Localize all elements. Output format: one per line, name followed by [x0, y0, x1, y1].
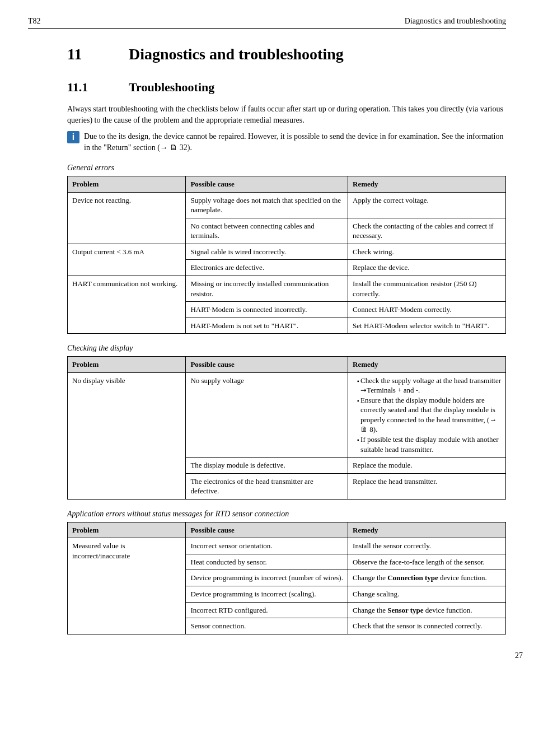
section-number: 11.1	[67, 80, 129, 95]
table-cell-cause: Missing or incorrectly installed communi…	[186, 276, 348, 302]
table-cell-problem: Measured value is incorrect/inaccurate	[68, 538, 186, 634]
header-section: Diagnostics and troubleshooting	[405, 17, 506, 26]
col-cause: Possible cause	[186, 522, 348, 538]
note-text: Due to the its design, the device cannot…	[84, 131, 506, 154]
col-remedy: Remedy	[348, 176, 506, 193]
table-cell-cause: Electronics are defective.	[186, 260, 348, 276]
table-cell-remedy: Replace the device.	[348, 260, 506, 276]
table-cell-cause: Sensor connection.	[186, 618, 348, 634]
table-cell-problem: Output current < 3.6 mA	[68, 244, 186, 276]
col-cause: Possible cause	[186, 176, 348, 193]
table-cell-cause: Signal cable is wired incorrectly.	[186, 244, 348, 260]
table-cell-remedy: Check the supply voltage at the head tra…	[348, 372, 506, 457]
table-cell-cause: Incorrect sensor orientation.	[186, 538, 348, 554]
col-problem: Problem	[68, 176, 186, 193]
rtd-errors-table: Problem Possible cause Remedy Measured v…	[67, 522, 506, 634]
table-cell-problem: No display visible	[68, 372, 186, 499]
col-problem: Problem	[68, 522, 186, 538]
checking-display-table: Problem Possible cause Remedy No display…	[67, 356, 506, 500]
table-cell-remedy: Change the Connection type device functi…	[348, 570, 506, 586]
table-cell-remedy: Change the Sensor type device function.	[348, 602, 506, 618]
info-note: i Due to the its design, the device cann…	[67, 131, 506, 154]
intro-text: Always start troubleshooting with the ch…	[67, 104, 506, 127]
table-cell-cause: Incorrect RTD configured.	[186, 602, 348, 618]
table-cell-cause: Device programming is incorrect (number …	[186, 570, 348, 586]
table-cell-remedy: Connect HART-Modem correctly.	[348, 302, 506, 318]
table-cell-cause: HART-Modem is not set to "HART".	[186, 318, 348, 334]
table-cell-remedy: Observe the face-to-face length of the s…	[348, 554, 506, 570]
table-caption: Application errors without status messag…	[67, 510, 506, 519]
col-remedy: Remedy	[348, 357, 506, 373]
col-remedy: Remedy	[348, 522, 506, 538]
table-caption: Checking the display	[67, 344, 506, 353]
chapter-title: Diagnostics and troubleshooting	[129, 45, 344, 63]
table-cell-cause: No supply voltage	[186, 372, 348, 457]
table-cell-remedy: Install the sensor correctly.	[348, 538, 506, 554]
table-cell-remedy: Replace the module.	[348, 458, 506, 474]
info-icon: i	[67, 131, 79, 143]
chapter-number: 11	[67, 45, 129, 63]
table-cell-remedy: Apply the correct voltage.	[348, 192, 506, 218]
table-cell-remedy: Check that the sensor is connected corre…	[348, 618, 506, 634]
chapter-heading: 11Diagnostics and troubleshooting	[67, 45, 506, 63]
general-errors-table: Problem Possible cause Remedy Device not…	[67, 176, 506, 334]
table-cell-cause: Heat conducted by sensor.	[186, 554, 348, 570]
table-cell-remedy: Replace the head transmitter.	[348, 473, 506, 499]
table-cell-remedy: Check the contacting of the cables and c…	[348, 218, 506, 244]
page-header: T82 Diagnostics and troubleshooting	[28, 17, 506, 29]
section-title: Troubleshooting	[129, 80, 214, 94]
table-cell-cause: The electronics of the head transmitter …	[186, 473, 348, 499]
table-cell-remedy: Install the communication resistor (250 …	[348, 276, 506, 302]
page-number: 27	[67, 651, 523, 660]
header-model: T82	[28, 17, 41, 26]
table-cell-cause: No contact between connecting cables and…	[186, 218, 348, 244]
table-cell-remedy: Check wiring.	[348, 244, 506, 260]
table-cell-cause: The display module is defective.	[186, 458, 348, 474]
table-cell-remedy: Set HART-Modem selector switch to "HART"…	[348, 318, 506, 334]
col-cause: Possible cause	[186, 357, 348, 373]
section-heading: 11.1Troubleshooting	[67, 80, 506, 95]
table-cell-problem: Device not reacting.	[68, 192, 186, 244]
table-caption: General errors	[67, 164, 506, 172]
table-cell-cause: Device programming is incorrect (scaling…	[186, 586, 348, 602]
table-cell-problem: HART communication not working.	[68, 276, 186, 334]
table-cell-cause: Supply voltage does not match that speci…	[186, 192, 348, 218]
table-cell-cause: HART-Modem is connected incorrectly.	[186, 302, 348, 318]
table-cell-remedy: Change scaling.	[348, 586, 506, 602]
col-problem: Problem	[68, 357, 186, 373]
